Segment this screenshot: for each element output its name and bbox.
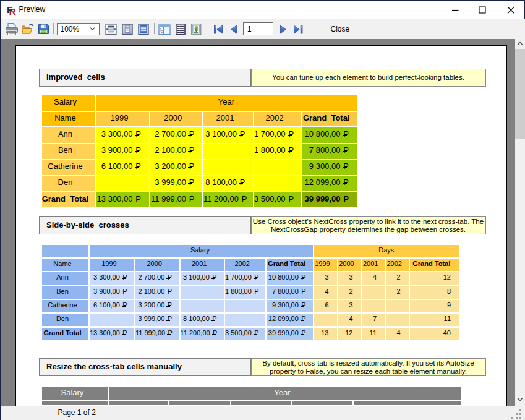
svg-text:F: F: [7, 4, 12, 15]
